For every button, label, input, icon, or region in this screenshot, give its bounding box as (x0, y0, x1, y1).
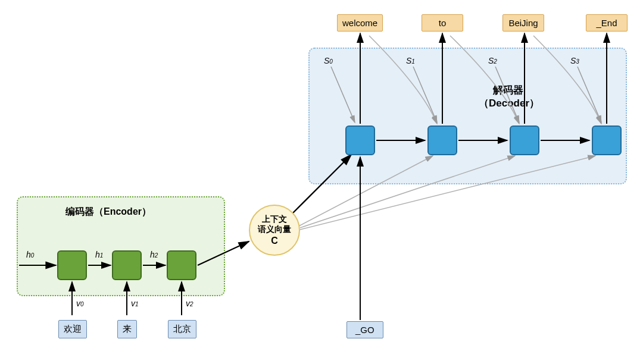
encoder-cell-1 (112, 250, 142, 280)
context-line3: C (271, 235, 278, 247)
decoder-cell-0 (345, 125, 375, 155)
svg-line-10 (300, 156, 595, 230)
svg-line-20 (413, 67, 437, 123)
arrows-layer (0, 0, 643, 364)
s-label-1: S1 (406, 56, 415, 65)
encoder-input-2: 北京 (168, 320, 196, 338)
svg-line-21 (495, 67, 519, 123)
svg-line-3 (198, 241, 249, 265)
svg-line-22 (578, 67, 601, 123)
decoder-cell-3 (592, 125, 622, 155)
h-label-2: h2 (150, 250, 158, 259)
decoder-output-1: to (422, 14, 463, 32)
v-label-1: v1 (131, 299, 139, 308)
encoder-input-1: 来 (117, 320, 137, 338)
svg-line-19 (331, 67, 355, 123)
context-line1: 上下文 (262, 214, 287, 225)
svg-line-8 (299, 156, 433, 226)
encoder-input-0: 欢迎 (58, 320, 87, 338)
decoder-cell-1 (427, 125, 457, 155)
context-line2: 语义向量 (258, 224, 291, 235)
s-label-0: S0 (324, 56, 333, 65)
v-label-0: v0 (76, 299, 84, 308)
s-label-3: S3 (570, 56, 579, 65)
s-label-2: S2 (488, 56, 497, 65)
decoder-cell-2 (510, 125, 539, 155)
decoder-go-token: _GO (347, 321, 383, 338)
encoder-cell-2 (167, 250, 196, 280)
svg-line-9 (300, 156, 515, 228)
h-label-1: h1 (95, 250, 103, 259)
decoder-output-0: welcome (337, 14, 383, 32)
h-label-0: h0 (26, 250, 34, 259)
decoder-output-3: _End (586, 14, 628, 32)
v-label-2: v2 (186, 299, 193, 308)
svg-line-7 (292, 155, 351, 214)
encoder-cell-0 (57, 250, 87, 280)
context-vector: 上下文 语义向量 C (249, 205, 300, 256)
decoder-output-2: BeiJing (502, 14, 544, 32)
diagram-stage: 编码器（Encoder） 解码器 （Decoder） (0, 0, 643, 364)
